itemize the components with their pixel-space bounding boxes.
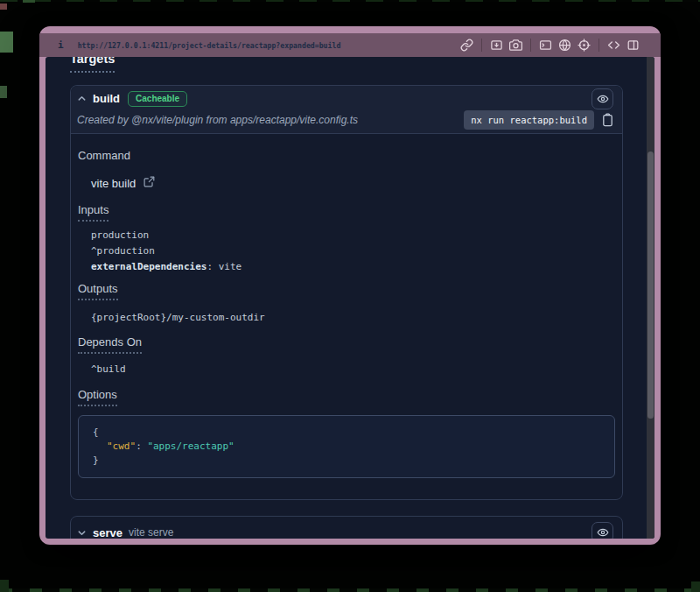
toolbar-divider [530,39,531,52]
target-name: serve [93,526,122,539]
options-label[interactable]: Options [78,388,117,406]
target-card-serve[interactable]: serve vite serve [70,516,623,539]
depends-on-list: ^build [91,362,615,377]
outputs-list: {projectRoot}/my-custom-outdir [91,310,615,326]
background-artifact [691,581,700,592]
toolbar-divider [598,39,599,52]
json-cwd-line: "cwd": "apps/reactapp" [93,440,600,454]
info-icon[interactable]: i [58,39,64,51]
view-target-button[interactable] [592,522,613,539]
run-command-chip: nx run reactapp:build [464,110,594,130]
created-by-text: Created by @nx/vite/plugin from apps/rea… [77,114,358,126]
input-item: externalDependencies: vite [91,259,615,275]
background-artifact [0,32,13,53]
camera-icon[interactable] [509,39,522,52]
build-card-header[interactable]: build Cacheable Created by @nx/vite/plug… [71,86,622,134]
external-link-icon[interactable] [144,176,155,190]
serve-command-text: vite serve [129,526,173,539]
inputs-label[interactable]: Inputs [78,203,108,222]
background-artifact [0,4,7,10]
view-target-button[interactable] [592,88,613,109]
chevron-up-icon[interactable] [77,94,87,103]
globe-icon[interactable] [558,39,571,52]
input-item: ^production [91,243,615,259]
toolbar-divider [481,39,482,52]
chevron-down-icon[interactable] [77,528,87,538]
terminal-icon[interactable] [539,39,552,52]
target-name: build [93,92,120,105]
background-artifact [23,0,35,3]
json-open-brace: { [93,426,600,440]
command-label: Command [78,149,615,162]
target-card-build: build Cacheable Created by @nx/vite/plug… [70,85,623,500]
output-item: {projectRoot}/my-custom-outdir [91,310,615,326]
page-content: Targets build Cacheable Created [46,57,654,539]
import-icon[interactable] [490,39,503,52]
background-artifact-top [0,0,700,2]
crosshair-icon[interactable] [578,39,591,52]
outputs-label[interactable]: Outputs [78,282,118,300]
depends-item: ^build [91,362,615,377]
browser-window: i http://127.0.0.1:4211/project-details/… [39,26,661,545]
scrollbar-track[interactable] [647,57,654,539]
json-close-brace: } [93,454,600,468]
background-artifact [0,86,7,98]
scrollbar-thumb[interactable] [648,152,654,419]
depends-on-label[interactable]: Depends On [78,335,142,354]
code-icon[interactable] [607,39,620,52]
build-card-body: Command vite build Inputs production ^pr… [71,134,622,499]
columns-icon[interactable] [626,39,640,52]
background-artifact-bottom [0,588,700,592]
url-text: http://127.0.0.1:4211/project-details/re… [78,41,341,50]
options-json-box: { "cwd": "apps/reactapp" } [78,415,615,478]
inputs-list: production ^production externalDependenc… [91,228,615,275]
link-icon[interactable] [460,39,473,52]
browser-titlebar: i http://127.0.0.1:4211/project-details/… [39,33,661,57]
copy-icon[interactable] [602,113,613,127]
background-artifact [0,580,9,592]
command-value: vite build [91,177,136,190]
cacheable-badge: Cacheable [128,91,187,107]
input-item: production [91,228,615,243]
targets-heading: Targets [70,57,115,73]
